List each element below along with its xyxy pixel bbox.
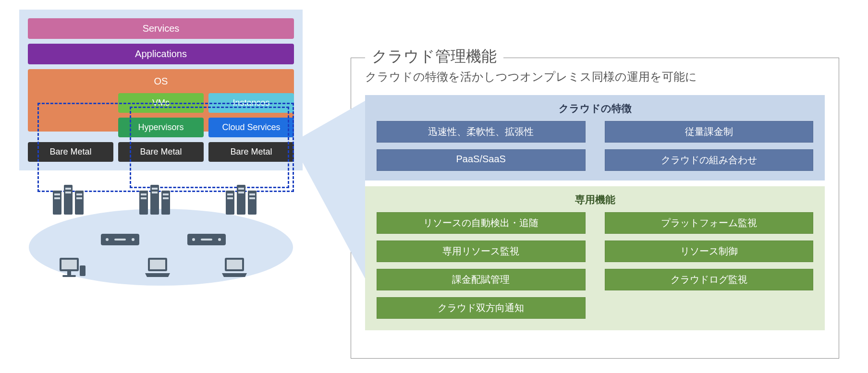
feature-chip: クラウドの組み合わせ [605,149,814,171]
cell-bare-metal-3: Bare Metal [208,142,294,162]
section-heading-functions: 専用機能 [377,193,813,206]
svg-rect-14 [152,188,158,190]
router-icon [101,234,139,245]
svg-rect-24 [238,192,244,193]
feature-chip: 従量課金制 [605,121,814,143]
section-dedicated-functions: 専用機能 リソースの自動検出・追随 プラットフォーム監視 専用リソース監視 リソ… [365,186,825,330]
svg-rect-35 [227,260,242,269]
layer-services: Services [28,18,294,39]
section-cloud-features: クラウドの特徴 迅速性、柔軟性、拡張性 従量課金制 PaaS/SaaS クラウド… [365,95,825,180]
function-chip: リソース制御 [605,241,814,262]
grid-spacer [28,93,113,113]
svg-rect-13 [141,197,147,199]
laptop-icon [221,257,248,280]
svg-rect-25 [249,193,255,195]
function-chip: クラウド双方向通知 [377,297,586,319]
stack-grid: VMs Instances Hypervisors Cloud Services… [28,93,294,162]
server-rack-icon [139,185,170,225]
feature-chip: 迅速性、柔軟性、拡張性 [377,121,586,143]
stack-container: Services Applications OS VMs Instances H… [19,10,303,170]
svg-marker-36 [298,101,365,278]
panel-title: クラウド管理機能 [365,46,503,67]
svg-rect-5 [65,188,71,190]
cell-cloud-services: Cloud Services [208,118,294,137]
cell-instances: Instances [208,93,294,113]
function-chip: 課金配賦管理 [377,269,586,290]
svg-rect-15 [152,192,158,193]
function-chip: 専用リソース監視 [377,241,586,262]
svg-rect-4 [54,197,60,199]
laptop-icon [144,257,171,280]
cell-bare-metal-2: Bare Metal [118,142,204,162]
server-rack-icon [53,185,84,225]
server-rack-icon [226,185,257,225]
svg-rect-26 [249,197,255,199]
function-chips: リソースの自動検出・追随 プラットフォーム監視 専用リソース監視 リソース制御 … [377,212,813,319]
panel-subtitle: クラウドの特徴を活かしつつオンプレミス同様の運用を可能に [365,69,697,84]
svg-rect-29 [62,275,76,277]
function-chip: リソースの自動検出・追随 [377,212,586,234]
svg-rect-3 [54,193,60,195]
router-icon [187,234,226,245]
section-heading-features: クラウドの特徴 [377,102,813,115]
cell-bare-metal-1: Bare Metal [28,142,113,162]
svg-rect-6 [65,192,71,193]
cell-hypervisors: Hypervisors [118,118,204,137]
svg-rect-31 [61,260,77,269]
function-chip: クラウドログ監視 [605,269,814,290]
svg-rect-28 [67,271,71,275]
svg-rect-30 [80,265,86,276]
svg-rect-8 [76,197,82,199]
grid-spacer [28,118,113,137]
svg-rect-12 [141,193,147,195]
svg-rect-33 [150,260,165,269]
svg-rect-23 [238,188,244,190]
svg-rect-17 [163,197,169,199]
feature-chips: 迅速性、柔軟性、拡張性 従量課金制 PaaS/SaaS クラウドの組み合わせ [377,121,813,171]
desktop-icon [58,257,86,283]
cell-vms: VMs [118,93,204,113]
layer-applications: Applications [28,44,294,64]
devices-area [19,180,303,305]
svg-rect-7 [76,193,82,195]
architecture-stack: Services Applications OS VMs Instances H… [0,0,312,373]
svg-rect-21 [227,193,233,195]
cloud-management-panel: クラウド管理機能 クラウドの特徴を活かしつつオンプレミス同様の運用を可能に クラ… [312,0,868,373]
svg-rect-22 [227,197,233,199]
feature-chip: PaaS/SaaS [377,149,586,171]
function-chip: プラットフォーム監視 [605,212,814,234]
svg-rect-16 [163,193,169,195]
